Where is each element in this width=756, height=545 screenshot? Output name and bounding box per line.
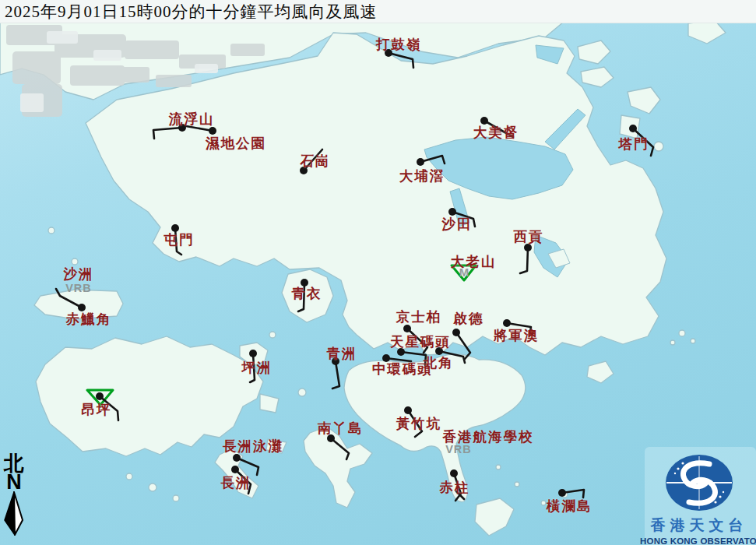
- north-compass: 北 N: [1, 454, 27, 538]
- wind-barb-tsing-yi: [298, 283, 304, 311]
- station-dot-lamma-island: [327, 434, 335, 442]
- station-dot-kings-park: [403, 325, 411, 332]
- wind-barb-kings-park: [407, 329, 427, 353]
- station-dot-green-island: [332, 357, 339, 365]
- station-dot-shek-kong: [300, 167, 308, 174]
- wind-barb-tap-mun: [633, 128, 653, 156]
- wind-barb-peng-chau: [250, 353, 255, 382]
- station-dot-star-ferry: [397, 348, 405, 356]
- station-dot-central-pier: [382, 354, 390, 362]
- hko-name-chinese: 香港天文台: [640, 515, 756, 536]
- station-dot-waglan-island: [558, 489, 566, 497]
- hko-logo-icon: [640, 449, 756, 515]
- compass-north-letter: N: [1, 472, 27, 493]
- station-dot-kai-tak: [452, 329, 460, 336]
- wind-map-canvas: 2025年9月01日15時00分的十分鐘平均風向及風速 M 打鼓嶺流浮山濕地公園…: [0, 0, 756, 545]
- wind-barb-tai-mei-tuk: [484, 121, 513, 137]
- station-dot-sha-tin: [448, 208, 456, 216]
- wind-barb-star-ferry: [401, 352, 426, 365]
- station-dot-ta-kwu-ling: [385, 49, 392, 57]
- wind-barb-cheung-chau-beach: [237, 458, 258, 475]
- wind-barb-tseung-kwan-o: [507, 323, 531, 335]
- wind-barb-lau-fau-shan: [153, 128, 182, 139]
- station-dot-peng-chau: [249, 350, 257, 357]
- wind-barb-ta-kwu-ling: [389, 53, 413, 68]
- hko-name-english: HONG KONG OBSERVATORY: [640, 536, 756, 545]
- station-dot-wong-chuk-hang: [404, 406, 412, 414]
- station-dot-wetland-park: [209, 127, 216, 135]
- station-dot-sai-kung: [524, 244, 532, 251]
- station-dot-lau-fau-shan: [178, 124, 186, 132]
- wind-barb-wong-chuk-hang: [408, 410, 422, 437]
- wind-barb-sai-kung: [520, 248, 528, 273]
- station-dot-ngong-ping: [96, 392, 104, 400]
- wind-barb-sha-tin: [452, 212, 475, 227]
- wind-barb-cheung-chau: [235, 469, 251, 494]
- wind-barb-shek-kong: [304, 149, 322, 171]
- m-flag-tates-cairn: M: [459, 265, 469, 279]
- station-dot-cheung-chau: [231, 466, 239, 473]
- wind-barb-lamma-island: [331, 438, 349, 459]
- wind-barb-ngong-ping: [100, 396, 118, 420]
- station-dot-cheung-chau-beach: [233, 454, 241, 462]
- wind-barb-north-point: [439, 351, 465, 363]
- station-dot-tsing-yi: [301, 279, 308, 287]
- wind-barb-wetland-park: [186, 126, 213, 131]
- station-dot-tai-mei-tuk: [480, 117, 488, 125]
- station-dot-tai-po-kau: [417, 158, 424, 166]
- station-dot-tuen-mun: [171, 224, 179, 232]
- north-arrow-icon: [1, 491, 27, 538]
- hko-logo: 香港天文台 HONG KONG OBSERVATORY: [640, 449, 756, 545]
- wind-barb-stanley: [454, 473, 461, 501]
- station-dot-north-point: [435, 347, 443, 355]
- station-dot-chek-lap-kok: [78, 304, 86, 311]
- wind-barb-tuen-mun: [175, 228, 181, 255]
- station-dot-stanley: [450, 469, 458, 477]
- wind-barb-chek-lap-kok: [56, 289, 82, 308]
- station-dot-tap-mun: [629, 125, 637, 132]
- title-bar: 2025年9月01日15時00分的十分鐘平均風向及風速: [0, 0, 756, 23]
- page-title: 2025年9月01日15時00分的十分鐘平均風向及風速: [0, 1, 378, 23]
- station-dot-tseung-kwan-o: [503, 319, 511, 327]
- wind-barb-green-island: [332, 361, 339, 389]
